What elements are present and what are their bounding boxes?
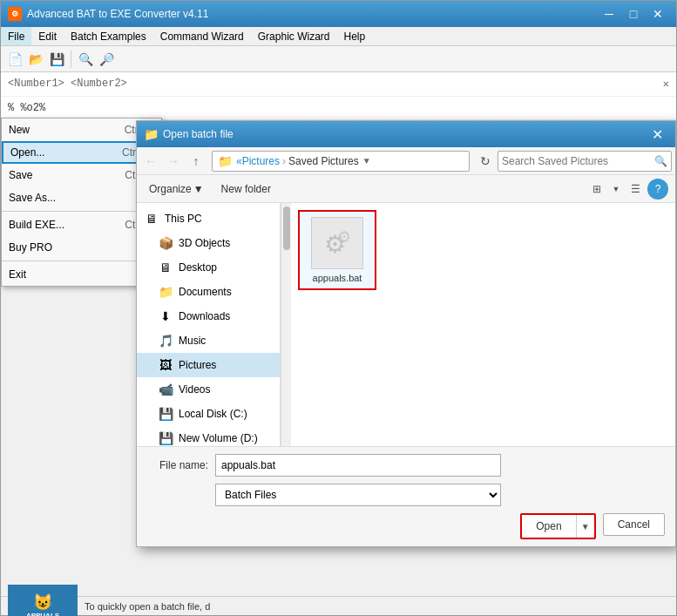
new-folder-button[interactable]: New folder [216,179,276,200]
view-buttons: ⊞ ▼ ☰ ? [586,179,668,200]
sidebar-item-videos[interactable]: 📹 Videos [137,377,280,402]
app-title: Advanced BAT to EXE Converter v4.11 [27,8,598,20]
breadcrumb-dropdown-button[interactable]: ▼ [359,152,375,171]
menu-graphic-wizard[interactable]: Graphic Wizard [251,27,337,45]
app-window: ⚙ Advanced BAT to EXE Converter v4.11 ─ … [0,0,677,616]
videos-icon: 📹 [158,382,173,397]
desktop-icon: 🖥 [158,260,173,275]
organize-button[interactable]: Organize ▼ [144,179,209,200]
downloads-icon: ⬇ [158,308,173,324]
cancel-button[interactable]: Cancel [603,513,665,536]
dialog-overlay: 📁 Open batch file ✕ ← → ↑ 📁 « Pictures [1,72,676,596]
title-bar: ⚙ Advanced BAT to EXE Converter v4.11 ─ … [1,1,676,27]
3d-objects-icon: 📦 [158,235,173,251]
sidebar-item-documents[interactable]: 📁 Documents [137,280,280,304]
menu-batch-examples[interactable]: Batch Examples [64,27,153,45]
logo-text: APPUALS [26,612,59,616]
dialog-nav-bar: ← → ↑ 📁 « Pictures › Saved Pictures ▼ ↻ [137,147,675,175]
breadcrumb-part1[interactable]: Pictures [242,155,280,167]
toolbar-zoom-out-button[interactable]: 🔎 [96,50,117,69]
main-content: <Number1> <Number2> ✕ % %o2% numbers and… [1,72,676,596]
menu-file[interactable]: File [1,27,31,45]
folder-icon: 📁 [218,154,233,168]
breadcrumb-bar: 📁 « Pictures › Saved Pictures ▼ [212,151,470,172]
dialog-sidebar: 🖥 This PC 📦 3D Objects 🖥 Desktop 📁 [137,203,281,446]
menu-edit[interactable]: Edit [31,27,64,45]
nav-up-button[interactable]: ↑ [186,151,206,172]
footer-filename-row: File name: [147,454,665,477]
file-item-appuals[interactable]: ⚙ ⚙ appuals.bat [298,210,376,290]
menu-help[interactable]: Help [336,27,372,45]
view-help-button[interactable]: ? [647,179,668,200]
dialog-icon: 📁 [144,127,158,141]
app-icon: ⚙ [8,7,22,21]
search-input[interactable] [502,155,654,167]
breadcrumb-root: « [236,155,242,167]
menu-bar: File Edit Batch Examples Command Wizard … [1,27,676,46]
open-button[interactable]: Open [522,515,576,538]
sidebar-item-local-disk-c[interactable]: 💾 Local Disk (C:) [137,402,280,426]
breadcrumb-chevron: › [282,155,286,167]
window-controls: ─ □ ✕ [598,5,669,23]
minimize-button[interactable]: ─ [598,5,620,23]
pictures-icon: 🖼 [158,357,173,373]
nav-forward-button[interactable]: → [163,151,184,172]
toolbar: 📄 📂 💾 🔍 🔎 [1,46,676,72]
volume-d-icon: 💾 [158,430,173,446]
view-dropdown-button[interactable]: ▼ [609,179,623,200]
search-icon: 🔍 [654,155,667,167]
open-button-group: Open ▼ [520,513,595,539]
toolbar-open-button[interactable]: 📂 [25,50,46,69]
dialog-body: 🖥 This PC 📦 3D Objects 🖥 Desktop 📁 [137,203,675,446]
music-icon: 🎵 [158,333,173,349]
toolbar-separator [71,51,71,68]
sidebar-item-desktop[interactable]: 🖥 Desktop [137,255,280,280]
dialog-close-button[interactable]: ✕ [646,125,668,143]
open-file-dialog: 📁 Open batch file ✕ ← → ↑ 📁 « Pictures [136,120,676,547]
bat-file-icon-svg: ⚙ ⚙ [315,221,359,265]
nav-back-button[interactable]: ← [140,151,161,172]
open-dropdown-button[interactable]: ▼ [577,515,594,538]
dialog-title: Open batch file [163,128,646,140]
refresh-button[interactable]: ↻ [475,151,496,172]
filename-input[interactable] [215,454,501,477]
sidebar-item-music[interactable]: 🎵 Music [137,328,280,353]
dialog-footer: File name: Batch Files [137,446,675,546]
sidebar-item-downloads[interactable]: ⬇ Downloads [137,304,280,328]
filetype-select[interactable]: Batch Files [215,484,501,506]
maximize-button[interactable]: □ [622,5,645,23]
menu-command-wizard[interactable]: Command Wizard [153,27,251,45]
file-icon-image: ⚙ ⚙ [311,217,363,269]
documents-icon: 📁 [158,284,173,300]
status-text: To quickly open a batch file, d [85,601,210,612]
organize-chevron-icon: ▼ [193,183,204,195]
svg-text:⚙: ⚙ [337,228,351,246]
file-area: ⚙ ⚙ appuals.bat [291,203,675,446]
scrollbar-thumb[interactable] [283,206,290,250]
sidebar-item-3d-objects[interactable]: 📦 3D Objects [137,231,280,255]
sidebar-item-this-pc[interactable]: 🖥 This PC [137,206,280,231]
status-bar: 😺 APPUALS To quickly open a batch file, … [1,596,676,615]
view-details-button[interactable]: ☰ [625,179,646,200]
toolbar-zoom-in-button[interactable]: 🔍 [75,50,96,69]
toolbar-new-button[interactable]: 📄 [4,50,25,69]
dialog-toolbar: Organize ▼ New folder ⊞ ▼ ☰ ? [137,175,675,203]
sidebar-scrollbar[interactable] [281,203,291,446]
file-icon-label: appuals.bat [313,273,362,283]
footer-filetype-row: Batch Files [147,484,665,506]
search-box: 🔍 [498,151,672,172]
dialog-titlebar: 📁 Open batch file ✕ [137,121,675,147]
sidebar-item-volume-d[interactable]: 💾 New Volume (D:) [137,426,280,446]
local-disk-c-icon: 💾 [158,406,173,422]
filename-label: File name: [147,459,208,471]
toolbar-save-button[interactable]: 💾 [46,50,67,69]
breadcrumb-part2[interactable]: Saved Pictures [288,155,359,167]
footer-buttons: Open ▼ Cancel [147,513,665,539]
close-button[interactable]: ✕ [647,5,669,23]
this-pc-icon: 🖥 [144,211,159,227]
sidebar-item-pictures[interactable]: 🖼 Pictures [137,353,280,377]
view-thumbnails-button[interactable]: ⊞ [586,179,607,200]
